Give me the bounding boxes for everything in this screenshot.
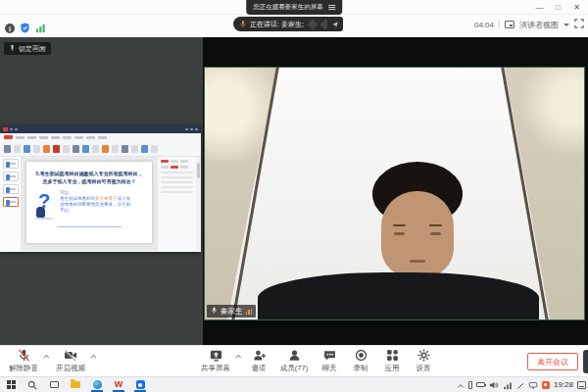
pen-icon[interactable]: [516, 376, 524, 392]
screen-watching-text: 您正在观看姜家生的屏幕: [253, 3, 323, 12]
topbar-right-cluster: 04:04 演讲者视图: [474, 19, 584, 30]
speaker-face: [381, 191, 454, 277]
file-explorer-button[interactable]: [65, 377, 86, 392]
speaker-name: 姜家生: [220, 307, 243, 317]
invite-button[interactable]: 邀请: [243, 348, 274, 373]
wps-slide-thumbnails[interactable]: [0, 157, 22, 251]
record-icon: [355, 348, 368, 363]
gear-icon: [417, 348, 430, 363]
meeting-app-button[interactable]: [129, 377, 151, 392]
divider: [499, 20, 500, 29]
highlighted-text: 多于或等于: [95, 196, 118, 201]
task-view-button[interactable]: [43, 377, 65, 392]
wps-app-button[interactable]: W: [108, 377, 129, 392]
slide-thumbnail[interactable]: [3, 184, 19, 194]
browser-icon: [93, 380, 102, 389]
unmute-button[interactable]: 解除静音: [4, 348, 43, 373]
chat-button[interactable]: 聊天: [314, 348, 345, 373]
shared-screen-region: 锁定画面: [0, 37, 203, 345]
wps-icon: W: [115, 380, 123, 389]
projection-icon[interactable]: [528, 376, 538, 392]
wps-slide-canvas: 5.考生初试统考科目涵盖拟入专业所有统考科目，且多于拟入专业，统考科目可否视为符…: [22, 157, 157, 251]
slide-thumbnail[interactable]: [3, 159, 19, 169]
camera-options-chevron[interactable]: [90, 349, 98, 364]
members-button[interactable]: 成员(77): [274, 348, 314, 373]
hidden-icons-chevron[interactable]: [457, 376, 465, 392]
wps-menu-bar: [0, 133, 201, 141]
wps-scrollbar[interactable]: [196, 157, 201, 251]
device-icon[interactable]: [468, 381, 472, 389]
volume-icon[interactable]: [489, 376, 499, 392]
slide-divider: [57, 226, 122, 227]
slide-body-text: 可以。 考生初试统考科目多于或等于拟入专业统考科目即视为符合要求，少于则不行。: [60, 190, 134, 214]
battery-icon[interactable]: [476, 382, 485, 387]
share-screen-icon: [210, 348, 222, 363]
chevron-down-icon[interactable]: [564, 24, 569, 26]
meeting-timer: 04:04: [474, 21, 494, 29]
notification-center-icon[interactable]: [577, 381, 586, 389]
maximize-button[interactable]: □: [549, 0, 567, 15]
question-figure-graphic: ?: [34, 190, 56, 220]
meeting-info-icon[interactable]: i: [5, 24, 15, 33]
raise-hand-button[interactable]: [327, 17, 343, 31]
connection-signal-icon: [246, 309, 253, 315]
folder-icon: [71, 381, 80, 388]
center-controls: 共享屏幕 邀请 成员(77) 聊天: [196, 348, 439, 373]
close-button[interactable]: ✕: [567, 0, 586, 15]
wps-ribbon[interactable]: [0, 141, 201, 157]
system-tray: 19:28: [457, 377, 586, 392]
minimize-button[interactable]: —: [530, 0, 549, 15]
slide-thumbnail[interactable]: [3, 172, 19, 181]
fullscreen-icon[interactable]: [574, 19, 584, 30]
network-signal-icon[interactable]: [35, 20, 46, 37]
apps-button[interactable]: 应用: [376, 348, 408, 373]
meeting-status-icons: i: [5, 20, 46, 37]
share-options-chevron[interactable]: [235, 349, 243, 364]
speaker-avatar: [307, 19, 318, 29]
clock[interactable]: 19:28: [554, 380, 573, 389]
windows-taskbar: W 19:28: [0, 376, 588, 392]
pin-view-button[interactable]: 锁定画面: [4, 42, 51, 55]
record-button[interactable]: 录制: [345, 348, 376, 373]
speaker-video-frame: 姜家生: [204, 67, 585, 320]
meeting-app-window: 您正在观看姜家生的屏幕 — □ ✕ i 04:04 演讲者视图: [0, 0, 588, 392]
wps-right-panel[interactable]: [157, 157, 196, 251]
speaker-video-tile[interactable]: 姜家生: [203, 37, 588, 345]
sidebar-handle[interactable]: [583, 350, 588, 373]
wps-title-bar: [0, 125, 201, 133]
screen-watching-banner[interactable]: 您正在观看姜家生的屏幕: [246, 0, 342, 15]
wps-file-tab[interactable]: [4, 135, 13, 139]
search-icon: [27, 376, 37, 392]
taskbar-apps: W: [0, 377, 151, 392]
settings-button[interactable]: 设置: [408, 348, 439, 373]
pin-icon: [9, 44, 16, 53]
leave-meeting-button[interactable]: 离开会议: [527, 353, 578, 370]
mic-muted-icon: [18, 348, 30, 363]
tray-app-icon[interactable]: [542, 381, 550, 389]
meeting-app-icon: [136, 380, 145, 389]
network-icon[interactable]: [503, 376, 513, 392]
view-mode-label[interactable]: 演讲者视图: [519, 20, 559, 30]
security-shield-icon[interactable]: [20, 20, 30, 37]
pin-view-label: 锁定画面: [19, 44, 46, 54]
now-speaking-text: 正在讲话: 姜家生;: [250, 20, 304, 29]
share-screen-button[interactable]: 共享屏幕: [196, 348, 235, 373]
windows-logo-icon: [7, 380, 16, 389]
browser-button[interactable]: [86, 377, 108, 392]
apps-grid-icon: [386, 348, 399, 363]
mic-options-chevron[interactable]: [43, 349, 51, 364]
speaking-mic-icon: [239, 20, 247, 29]
mic-active-icon: [211, 306, 218, 317]
camera-off-icon: [64, 348, 77, 363]
wps-logo-icon: [3, 127, 8, 131]
speaker-name-tag: 姜家生: [207, 305, 256, 318]
search-button[interactable]: [22, 377, 43, 392]
wps-presentation-window[interactable]: 5.考生初试统考科目涵盖拟入专业所有统考科目，且多于拟入专业，统考科目可否视为符…: [0, 125, 201, 252]
start-video-button[interactable]: 开启视频: [51, 348, 90, 373]
start-button[interactable]: [0, 377, 22, 392]
now-speaking-pill: 正在讲话: 姜家生;: [233, 17, 335, 31]
slide-title: 5.考生初试统考科目涵盖拟入专业所有统考科目，且多于拟入专业，统考科目可否视为符…: [26, 171, 152, 185]
slide-thumbnail-selected[interactable]: [3, 197, 19, 207]
invite-person-icon: [253, 348, 266, 363]
menu-icon[interactable]: [328, 4, 335, 11]
